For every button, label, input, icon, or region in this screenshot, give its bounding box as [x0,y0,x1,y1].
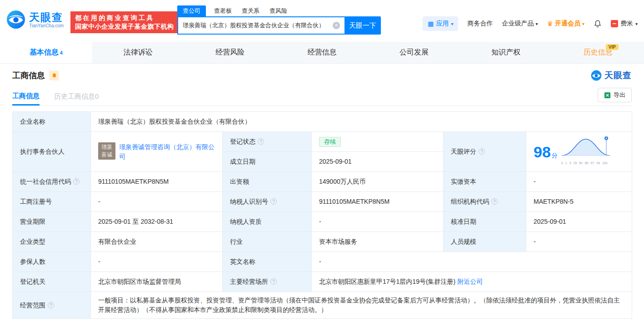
logo-en: TianYanCha.com [29,23,64,28]
staff-size-value: - [526,232,632,252]
partner-logo-line1: 璟泉 [98,143,115,151]
insured-count-value: - [91,252,223,272]
partner-company-link[interactable]: 璟泉善诚管理咨询（北京）有限公司 [119,142,215,161]
approval-date-label: 核准日期 [444,212,526,232]
score-unit: 分 [552,152,558,159]
search-button[interactable]: 天眼一下 [344,16,381,35]
tianyan-score-label-text: 天眼评分 [451,148,476,155]
slogan-line2: 国家中小企业发展子基金旗下机构 [75,22,174,31]
tianyancha-logo-icon [6,10,25,29]
tab-operation-risk-label: 经营风险 [215,48,245,57]
search-tab-company[interactable]: 查公司 [177,5,206,16]
taxpayer-id-label-text: 纳税人识别号 [230,198,268,205]
tianyancha-watermark-icon [591,70,602,81]
tab-company-development-label: 公司发展 [399,48,429,57]
business-term-label: 营业期限 [13,212,91,232]
help-icon[interactable]: ? [491,198,498,205]
open-vip-label: 开通会员 [555,20,580,28]
notifications-bell-icon[interactable] [594,20,602,28]
search-input[interactable] [177,16,344,35]
registration-number-label: 工商注册号 [13,192,91,212]
apps-grid-icon: ▦ [428,20,434,27]
taxpayer-id-label: 纳税人识别号? [223,192,312,212]
help-icon[interactable]: ? [48,302,54,308]
credit-code-label-text: 统一社会信用代码 [20,178,71,185]
section-title: 工商信息 [12,70,59,81]
logo-cn: 天眼查 [29,11,64,23]
business-info-subtabs: 工商信息 历史工商信息0 导出 [12,88,632,106]
tab-operation-info[interactable]: 经营信息 [276,42,368,63]
search-tab-boss[interactable]: 查老板 [212,5,234,16]
enterprise-products-menu[interactable]: 企业级产品 ▾ [502,20,538,28]
tab-basic-info[interactable]: 基本信息 4 [0,42,92,63]
english-name-label: 英文名称 [223,252,312,272]
business-address-label: 主要经营场所? [223,272,312,292]
org-code-label-text: 组织机构代码 [451,198,489,205]
subtab-business-info[interactable]: 工商信息 [12,88,40,106]
tianyancha-logo[interactable]: 天眼查 TianYanCha.com [6,10,64,29]
chevron-down-icon: ▾ [635,21,638,26]
business-address-text: 北京市朝阳区惠新里甲17号1层内19号(集群注册) [319,278,455,285]
enterprise-products-label: 企业级产品 [502,20,534,28]
industry-value: 资本市场服务 [312,232,444,252]
clear-search-icon[interactable]: × [333,22,340,29]
establish-date-value: 2025-09-01 [312,152,444,172]
company-name-value: 璟泉善瑞（北京）股权投资基金合伙企业（有限合伙） [91,112,632,132]
tab-operation-info-label: 经营信息 [307,48,336,57]
company-nav-tabs: 基本信息 4 法律诉讼 经营风险 经营信息 公司发展 知识产权 历史信息 VIP [0,42,644,64]
subtab-history-business-info[interactable]: 历史工商信息0 [54,88,99,106]
company-type-label: 企业类型 [13,232,91,252]
table-row: 登记机关 北京市朝阳区市场监督管理局 主要经营场所? 北京市朝阳区惠新里甲17号… [13,272,632,292]
user-account-menu[interactable]: 费米 ▾ [611,20,638,28]
table-row: 企业类型 有限合伙企业 行业 资本市场服务 人员规模 - [13,232,632,252]
registration-number-value: - [91,192,223,212]
capital-value: 149000万人民币 [312,172,444,192]
search-tab-risk[interactable]: 查风险 [268,5,289,16]
tab-operation-risk[interactable]: 经营风险 [184,42,276,63]
search-tab-relation[interactable]: 查关系 [240,5,261,16]
tab-company-development[interactable]: 公司发展 [368,42,460,63]
insured-count-label: 参保人数 [13,252,91,272]
score-number: 98 [534,143,551,161]
score-distribution-chart: 0 1 3 15 50 85 97 99 100 [560,136,611,168]
table-row: 参保人数 - 英文名称 - [13,252,632,272]
business-scope-value: 一般项目：以私募基金从事股权投资、投资管理、资产管理等活动（须在中国证券投资基金… [91,292,632,319]
open-vip-button[interactable]: ♛ 开通会员 ▾ [547,20,584,28]
tab-basic-info-label: 基本信息 [30,48,59,57]
business-info-table: 企业名称 璟泉善瑞（北京）股权投资基金合伙企业（有限合伙） 执行事务合伙人 璟泉… [12,111,632,319]
chevron-down-icon: ▾ [582,21,584,26]
table-row: 统一社会信用代码? 91110105MAETKP8N5M 出资额 149000万… [13,172,632,192]
registration-status-label: 登记状态? [223,132,312,152]
red-packet-icon [611,20,618,27]
business-cooperation-label: 商务合作 [467,20,493,28]
monitor-bell-icon[interactable] [49,70,59,80]
table-row: 工商注册号 - 纳税人识别号? 91110105MAETKP8N5M 组织机构代… [13,192,632,212]
paid-capital-label: 实缴资本 [444,172,526,192]
tab-intellectual-property[interactable]: 知识产权 [460,42,552,63]
help-icon[interactable]: ? [479,148,485,155]
help-icon[interactable]: ? [270,198,277,205]
apps-menu[interactable]: ▦ 应用 ▾ [423,16,458,31]
help-icon[interactable]: ? [258,138,264,145]
username: 费米 [620,20,633,28]
business-cooperation-link[interactable]: 商务合作 [467,20,493,28]
company-type-value: 有限合伙企业 [91,232,223,252]
tab-legal-litigation[interactable]: 法律诉讼 [92,42,184,63]
registration-authority-label: 登记机关 [13,272,91,292]
credit-code-label: 统一社会信用代码? [13,172,91,192]
help-icon[interactable]: ? [270,278,277,285]
industry-label: 行业 [223,232,312,252]
table-row: 企业名称 璟泉善瑞（北京）股权投资基金合伙企业（有限合伙） [13,112,632,132]
help-icon[interactable]: ? [73,178,80,185]
tab-history-info[interactable]: 历史信息 VIP [552,42,644,63]
export-button[interactable]: 导出 [598,88,632,102]
export-label: 导出 [614,91,625,99]
excel-icon [604,92,611,99]
registration-status-label-text: 登记状态 [230,138,255,145]
tab-intellectual-property-label: 知识产权 [491,48,520,57]
credit-code-value: 91110105MAETKP8N5M [91,172,223,192]
nearby-companies-link[interactable]: 附近公司 [457,278,483,285]
chevron-down-icon: ▾ [535,21,538,26]
top-header: 天眼查 TianYanCha.com 都在用的商业查询工具 国家中小企业发展子基… [0,0,644,42]
tab-legal-litigation-label: 法律诉讼 [124,48,153,57]
